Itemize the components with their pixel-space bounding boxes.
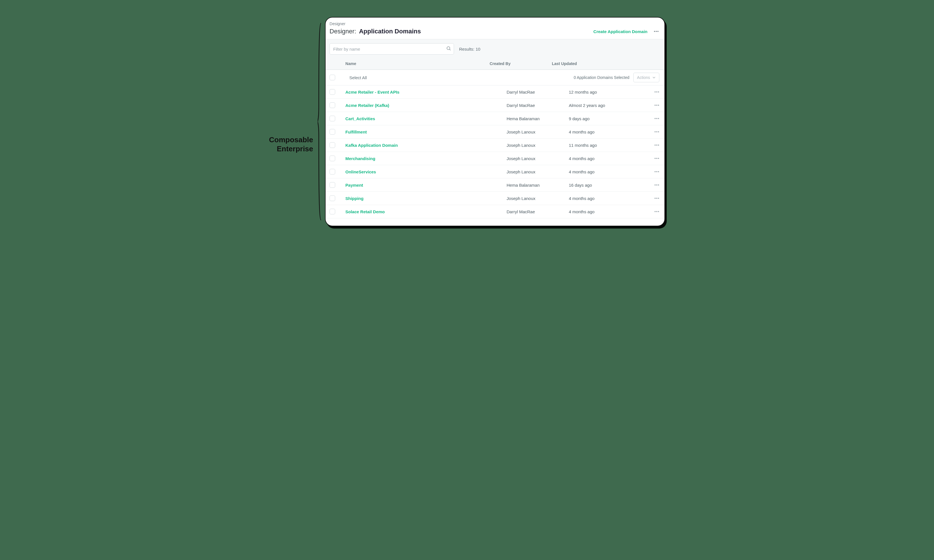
row-last-updated: 16 days ago — [569, 183, 642, 188]
results-count: Results: 10 — [459, 47, 480, 51]
row-checkbox[interactable] — [329, 209, 335, 214]
domain-link[interactable]: OnlineServices — [345, 169, 376, 174]
svg-point-34 — [658, 211, 659, 212]
row-last-updated: 9 days ago — [569, 116, 642, 121]
column-header-last-updated[interactable]: Last Updated — [552, 62, 625, 66]
app-panel: Designer Designer: Application Domains C… — [325, 17, 665, 226]
page-more-menu-button[interactable] — [653, 28, 659, 34]
svg-point-0 — [654, 31, 655, 32]
row-checkbox[interactable] — [329, 182, 335, 188]
row-last-updated: 11 months ago — [569, 143, 642, 148]
curly-brace-icon — [318, 23, 322, 221]
column-header-name[interactable]: Name — [345, 62, 489, 66]
table-row: Cart_ActivitiesHema Balaraman9 days ago — [326, 112, 665, 125]
svg-point-11 — [654, 118, 655, 119]
row-last-updated: 12 months ago — [569, 90, 642, 94]
svg-point-3 — [447, 47, 450, 50]
row-checkbox[interactable] — [329, 195, 335, 201]
column-header-created-by[interactable]: Created By — [489, 62, 552, 66]
svg-point-17 — [654, 145, 655, 146]
breadcrumb[interactable]: Designer — [326, 17, 665, 26]
row-checkbox[interactable] — [329, 89, 335, 95]
table-row: Kafka Application DomainJoseph Lanoux11 … — [326, 138, 665, 152]
domain-link[interactable]: Fulfillment — [345, 129, 367, 134]
external-annotation: Composable Enterprise — [269, 135, 314, 154]
row-last-updated: 4 months ago — [569, 209, 642, 214]
row-created-by: Darryl MacRae — [506, 90, 569, 94]
domain-link[interactable]: Acme Retailer (Kafka) — [345, 103, 389, 108]
svg-point-25 — [658, 171, 659, 172]
domain-link[interactable]: Shipping — [345, 196, 363, 201]
domain-link[interactable]: Kafka Application Domain — [345, 143, 398, 148]
select-all-row: Select All 0 Application Domains Selecte… — [326, 69, 665, 85]
row-last-updated: 4 months ago — [569, 196, 642, 201]
bulk-actions-button[interactable]: Actions — [633, 73, 659, 82]
table-row: Acme Retailer (Kafka)Darryl MacRaeAlmost… — [326, 99, 665, 112]
svg-point-14 — [654, 131, 655, 132]
row-last-updated: 4 months ago — [569, 129, 642, 134]
row-checkbox[interactable] — [329, 155, 335, 161]
table-row: FulfillmentJoseph Lanoux4 months ago — [326, 125, 665, 138]
row-checkbox[interactable] — [329, 169, 335, 174]
row-checkbox[interactable] — [329, 102, 335, 108]
table-row: Solace Retail DemoDarryl MacRae4 months … — [326, 205, 665, 218]
row-more-menu-button[interactable] — [654, 131, 659, 133]
svg-point-12 — [656, 118, 657, 119]
row-created-by: Joseph Lanoux — [506, 129, 569, 134]
ellipsis-icon — [654, 171, 659, 172]
domain-link[interactable]: Cart_Activities — [345, 116, 375, 121]
select-all-label: Select All — [349, 75, 570, 80]
ellipsis-icon — [654, 184, 659, 186]
row-more-menu-button[interactable] — [654, 105, 659, 106]
row-name-cell: Shipping — [345, 196, 506, 201]
row-more-menu-button[interactable] — [654, 157, 659, 159]
row-more-menu-button[interactable] — [654, 184, 659, 186]
domain-link[interactable]: Payment — [345, 183, 363, 188]
create-application-domain-button[interactable]: Create Application Domain — [594, 29, 648, 34]
svg-point-24 — [656, 171, 657, 172]
column-headers: Name Created By Last Updated — [326, 58, 665, 69]
row-more-menu-button[interactable] — [654, 171, 659, 172]
svg-point-1 — [655, 31, 657, 32]
select-all-checkbox[interactable] — [329, 75, 335, 80]
row-last-updated: Almost 2 years ago — [569, 103, 642, 108]
svg-point-6 — [656, 91, 657, 92]
domain-link[interactable]: Merchandising — [345, 156, 375, 161]
svg-point-7 — [658, 91, 659, 92]
svg-point-23 — [654, 171, 655, 172]
row-checkbox[interactable] — [329, 142, 335, 148]
row-created-by: Joseph Lanoux — [506, 196, 569, 201]
row-last-updated: 4 months ago — [569, 169, 642, 174]
row-created-by: Hema Balaraman — [506, 116, 569, 121]
ellipsis-icon — [654, 131, 659, 133]
row-more-menu-button[interactable] — [654, 118, 659, 119]
row-more-menu-button[interactable] — [654, 197, 659, 199]
domain-link[interactable]: Solace Retail Demo — [345, 209, 385, 214]
ellipsis-icon — [654, 105, 659, 106]
row-last-updated: 4 months ago — [569, 156, 642, 161]
row-name-cell: Acme Retailer (Kafka) — [345, 103, 506, 108]
table-row: MerchandisingJoseph Lanoux4 months ago — [326, 152, 665, 165]
row-checkbox[interactable] — [329, 116, 335, 122]
row-more-menu-button[interactable] — [654, 211, 659, 212]
filter-by-name-input[interactable] — [329, 43, 454, 55]
row-name-cell: Kafka Application Domain — [345, 143, 506, 148]
table-row: PaymentHema Balaraman16 days ago — [326, 178, 665, 192]
svg-point-13 — [658, 118, 659, 119]
svg-point-18 — [656, 145, 657, 146]
row-more-menu-button[interactable] — [654, 144, 659, 146]
svg-point-22 — [658, 158, 659, 159]
row-more-menu-button[interactable] — [654, 91, 659, 93]
table-row: Acme Retailer - Event APIsDarryl MacRae1… — [326, 85, 665, 99]
filter-input-wrapper — [329, 43, 454, 55]
row-created-by: Joseph Lanoux — [506, 169, 569, 174]
svg-line-4 — [449, 49, 450, 50]
row-name-cell: Acme Retailer - Event APIs — [345, 90, 506, 94]
domain-link[interactable]: Acme Retailer - Event APIs — [345, 90, 399, 94]
ellipsis-icon — [654, 118, 659, 119]
svg-point-29 — [654, 198, 655, 199]
annotation-line: Enterprise — [269, 144, 313, 154]
row-created-by: Joseph Lanoux — [506, 156, 569, 161]
ellipsis-icon — [654, 31, 659, 32]
row-checkbox[interactable] — [329, 129, 335, 135]
